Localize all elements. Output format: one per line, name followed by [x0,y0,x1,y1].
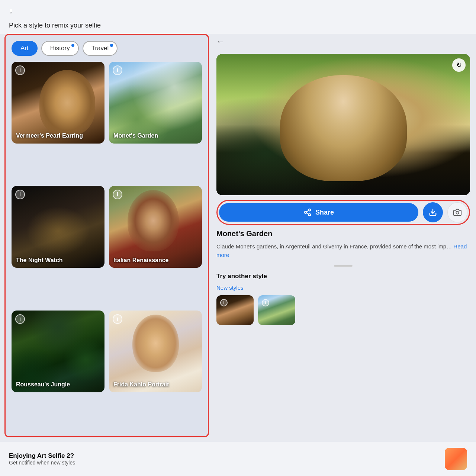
tile-label-monet: Monet's Garden [113,132,158,140]
preview-image: ↻ [216,54,470,195]
share-label: Share [315,209,334,216]
selected-art-title: Monet's Garden [216,229,470,238]
info-icon-frida[interactable]: i [113,314,122,324]
down-arrow-icon[interactable]: ↓ [9,6,13,16]
category-tabs: Art History Travel [12,41,202,56]
bottom-text: Enjoying Art Selfie 2? Get notified when… [9,452,75,466]
tile-label-nightwatch: The Night Watch [16,257,63,264]
info-icon-monet[interactable]: i [113,65,122,75]
svg-line-3 [306,213,309,214]
new-styles-link[interactable]: New styles [216,284,470,291]
thumb-vermeer[interactable]: i [216,295,254,325]
tile-label-renaissance: Italian Renaissance [113,257,169,264]
back-button[interactable]: ← [216,34,470,49]
bottom-title: Enjoying Art Selfie 2? [9,452,75,460]
bottom-card-stack [445,448,467,470]
try-another-title: Try another style [216,273,470,280]
tile-label-rousseau: Rousseau's Jungle [16,381,70,389]
refresh-button[interactable]: ↻ [452,58,466,72]
tile-nightwatch[interactable]: i The Night Watch [12,186,104,268]
share-icon [303,208,312,216]
tab-art[interactable]: Art [12,41,38,56]
svg-line-4 [306,210,309,212]
tile-label-vermeer: Vermeer's Pearl Earring [16,132,83,140]
thumb-info-1[interactable]: i [220,299,228,306]
tile-vermeer[interactable]: i Vermeer's Pearl Earring [12,62,104,144]
art-description: Claude Monet's gardens, in Argenteuil an… [216,242,470,259]
tile-frida[interactable]: i Frida Kahlo Portrait [109,311,202,392]
right-panel: ← ↻ Share [213,34,476,442]
left-panel: Art History Travel i Vermeer's Pearl Ear… [4,34,209,437]
bottom-description: Get notified when new styles [9,460,75,466]
svg-point-6 [456,211,459,214]
download-button[interactable] [423,202,443,222]
tile-label-frida: Frida Kahlo Portrait [113,381,169,389]
tile-renaissance[interactable]: i Italian Renaissance [109,186,202,268]
info-icon-rousseau[interactable]: i [15,314,25,324]
info-icon-vermeer[interactable]: i [15,65,25,75]
tile-rousseau[interactable]: i Rousseau's Jungle [12,311,104,392]
tab-travel[interactable]: Travel [83,41,118,56]
camera-icon [453,208,461,216]
tab-history[interactable]: History [41,41,79,56]
share-button[interactable]: Share [219,203,418,222]
thumb-monet[interactable]: i [258,295,295,325]
bottom-section: Enjoying Art Selfie 2? Get notified when… [0,442,476,476]
page-subtitle: Pick a style to remix your selfie [0,19,476,34]
thumb-info-2[interactable]: i [262,299,269,306]
download-icon [429,208,437,216]
divider [334,265,353,267]
art-grid: i Vermeer's Pearl Earring i Monet's Gard… [12,62,202,430]
tile-monet[interactable]: i Monet's Garden [109,62,202,144]
camera-button[interactable] [447,202,467,222]
bottom-thumbnails: i i [216,295,470,325]
action-row: Share [216,200,470,225]
